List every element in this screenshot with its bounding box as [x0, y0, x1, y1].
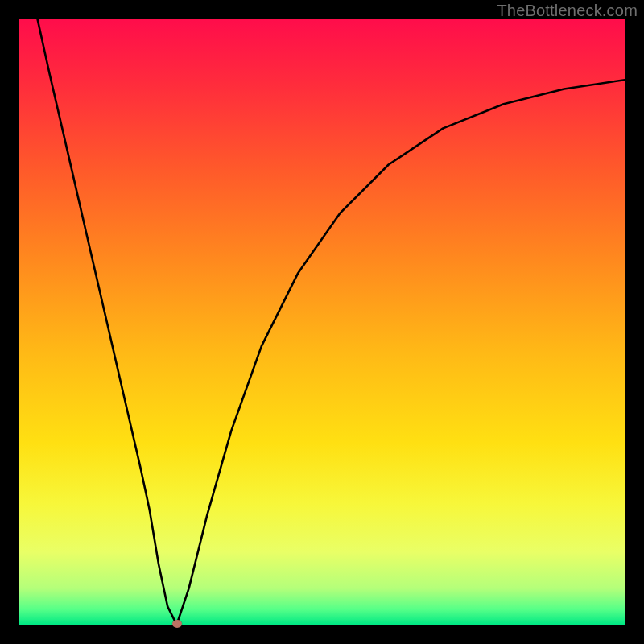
bottleneck-chart	[19, 19, 625, 625]
watermark-text: TheBottleneck.com	[497, 2, 638, 20]
optimal-point-marker	[172, 620, 182, 628]
chart-frame	[19, 19, 625, 625]
gradient-background	[19, 19, 625, 625]
